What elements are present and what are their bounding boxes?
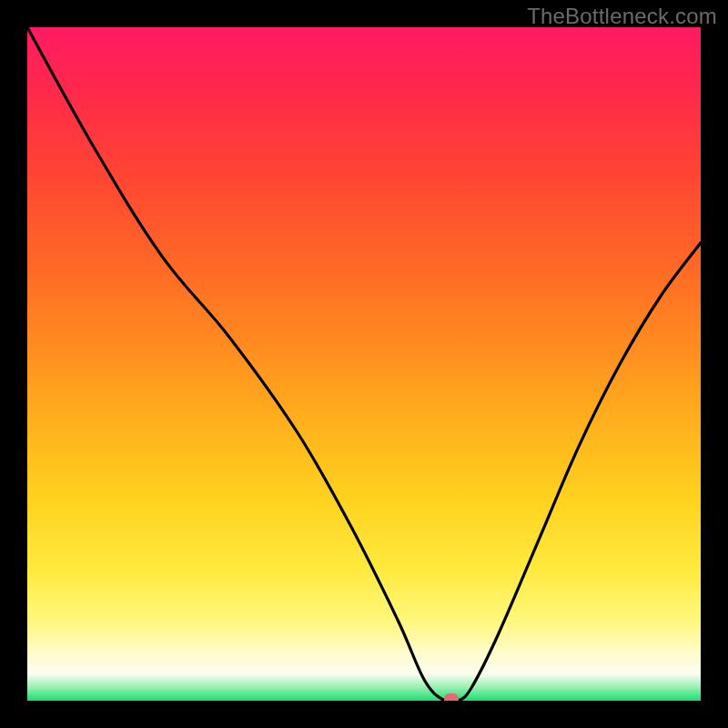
optimum-marker	[444, 693, 459, 701]
plot-area	[27, 27, 701, 701]
watermark-text: TheBottleneck.com	[527, 4, 717, 29]
chart-frame: TheBottleneck.com	[0, 0, 728, 728]
bottleneck-curve	[27, 27, 701, 701]
